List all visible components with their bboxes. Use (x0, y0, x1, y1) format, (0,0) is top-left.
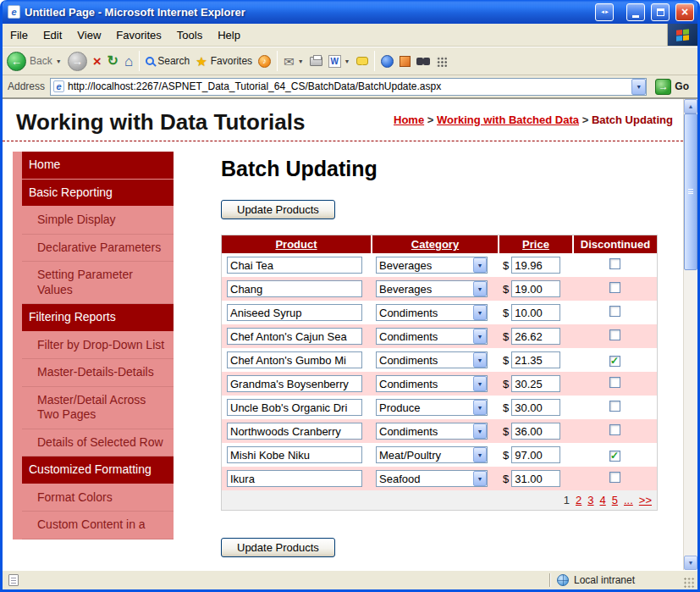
discontinued-checkbox[interactable]: ✓ (609, 472, 620, 483)
sidebar-item[interactable]: Custom Content in a (22, 512, 174, 539)
refresh-button[interactable]: ↻ (107, 54, 119, 68)
discontinued-checkbox[interactable]: ✓ (609, 424, 620, 435)
search-button[interactable]: Search (146, 55, 190, 67)
product-name-input[interactable] (227, 375, 362, 392)
update-products-button-top[interactable]: Update Products (221, 200, 335, 219)
print-button[interactable] (310, 57, 322, 66)
category-select[interactable]: Beverages ▼ (376, 257, 488, 274)
discontinued-checkbox[interactable]: ✓ (609, 377, 620, 388)
back-dropdown-icon[interactable]: ▼ (56, 58, 62, 64)
sidebar-item[interactable]: Master-Details-Details (22, 359, 174, 387)
product-name-input[interactable] (227, 280, 362, 297)
back-button[interactable]: ← Back ▼ (7, 52, 62, 71)
sidebar-item[interactable]: Setting Parameter Values (22, 262, 174, 304)
forward-button[interactable]: → (68, 52, 87, 71)
sort-price-link[interactable]: Price (522, 238, 549, 251)
product-name-input[interactable] (227, 446, 362, 463)
pager-page-link[interactable]: 3 (587, 494, 593, 506)
favorites-button[interactable]: ★ Favorites (196, 55, 252, 68)
resize-grip[interactable] (683, 577, 695, 589)
pager-page-link[interactable]: 5 (612, 494, 618, 506)
address-dropdown-button[interactable]: ▼ (631, 79, 646, 95)
category-select[interactable]: Meat/Poultry ▼ (376, 446, 488, 463)
tiles-button[interactable] (436, 56, 447, 67)
category-select[interactable]: Seafood ▼ (376, 470, 488, 487)
pager-next-link[interactable]: >> (639, 494, 652, 506)
mail-button[interactable]: ✉ ▼ (284, 55, 304, 68)
edit-button[interactable]: W ▼ (328, 55, 350, 68)
price-input[interactable] (511, 470, 560, 487)
category-select[interactable]: Condiments ▼ (376, 423, 488, 440)
sidebar-item[interactable]: Format Colors (22, 484, 174, 512)
price-input[interactable] (511, 304, 560, 321)
product-name-input[interactable] (227, 351, 362, 368)
discontinued-checkbox[interactable]: ✓ (609, 356, 620, 367)
pager-page-link[interactable]: ... (624, 494, 633, 506)
category-select[interactable]: Produce ▼ (376, 399, 488, 416)
menu-item[interactable]: Tools (169, 24, 210, 46)
product-name-input[interactable] (227, 423, 362, 440)
sidebar-item[interactable]: Declarative Parameters (22, 235, 174, 263)
minimize-button[interactable] (626, 3, 645, 21)
scroll-down-button[interactable]: ▼ (684, 556, 697, 570)
sidebar-item[interactable]: Simple Display (22, 207, 174, 235)
discontinued-checkbox[interactable]: ✓ (609, 401, 620, 412)
price-input[interactable] (511, 399, 560, 416)
sidebar-item[interactable]: Home (22, 152, 174, 180)
menu-item[interactable]: Edit (36, 24, 69, 46)
scroll-up-button[interactable]: ▲ (684, 99, 697, 113)
category-select[interactable]: Condiments ▼ (376, 304, 488, 321)
category-select[interactable]: Condiments ▼ (376, 375, 488, 392)
discontinued-checkbox[interactable]: ✓ (609, 451, 620, 462)
address-url[interactable]: http://localhost:2267/ASPNET_Data_Tutori… (64, 80, 631, 92)
product-name-input[interactable] (227, 328, 362, 345)
research-button[interactable] (400, 56, 411, 67)
price-input[interactable] (511, 351, 560, 368)
menu-item[interactable]: Favorites (108, 24, 168, 46)
sort-product-link[interactable]: Product (275, 238, 317, 251)
discontinued-checkbox[interactable]: ✓ (609, 306, 620, 317)
discontinued-checkbox[interactable]: ✓ (609, 329, 620, 340)
price-input[interactable] (511, 257, 560, 274)
price-input[interactable] (511, 446, 560, 463)
binoculars-button[interactable] (416, 58, 430, 65)
stop-button[interactable]: × (93, 54, 102, 69)
menu-item[interactable]: View (69, 24, 108, 46)
product-name-input[interactable] (227, 304, 362, 321)
product-name-input[interactable] (227, 470, 362, 487)
sidebar-item[interactable]: Filter by Drop-Down List (22, 332, 174, 360)
scrollbar-thumb[interactable] (684, 113, 697, 270)
category-select[interactable]: Beverages ▼ (376, 280, 488, 297)
sidebar-item[interactable]: Details of Selected Row (22, 429, 174, 457)
category-select[interactable]: Condiments ▼ (376, 328, 488, 345)
vertical-scrollbar[interactable]: ▲ ▼ (683, 99, 697, 570)
price-input[interactable] (511, 328, 560, 345)
update-products-button-bottom[interactable]: Update Products (221, 538, 335, 557)
pager-page-link[interactable]: 4 (600, 494, 606, 506)
sidebar-item[interactable]: Basic Reporting (22, 180, 174, 207)
sidebar-item[interactable]: Filtering Reports (22, 304, 174, 332)
media-button[interactable]: ♪ (258, 55, 271, 68)
home-button[interactable]: ⌂ (124, 54, 133, 69)
window-extra-button[interactable]: ◄► (595, 3, 614, 21)
menu-item[interactable]: Help (210, 24, 248, 46)
maximize-button[interactable] (651, 3, 670, 21)
breadcrumb-link-section[interactable]: Working with Batched Data (437, 113, 579, 126)
discontinued-checkbox[interactable]: ✓ (609, 258, 620, 269)
price-input[interactable] (511, 375, 560, 392)
menu-item[interactable]: File (3, 24, 36, 46)
product-name-input[interactable] (227, 257, 362, 274)
sort-category-link[interactable]: Category (411, 238, 459, 251)
go-button[interactable]: → Go (652, 79, 692, 95)
discontinued-checkbox[interactable]: ✓ (609, 282, 620, 293)
category-select[interactable]: Condiments ▼ (376, 351, 488, 368)
price-input[interactable] (511, 423, 560, 440)
close-button[interactable]: × (675, 3, 694, 21)
scrollbar-track[interactable] (684, 270, 697, 556)
product-name-input[interactable] (227, 399, 362, 416)
sidebar-item[interactable]: Customized Formatting (22, 456, 174, 484)
sidebar-item[interactable]: Master/Detail Across Two Pages (22, 387, 174, 429)
price-input[interactable] (511, 280, 560, 297)
messenger-button[interactable] (381, 55, 394, 68)
breadcrumb-link-home[interactable]: Home (394, 113, 424, 126)
